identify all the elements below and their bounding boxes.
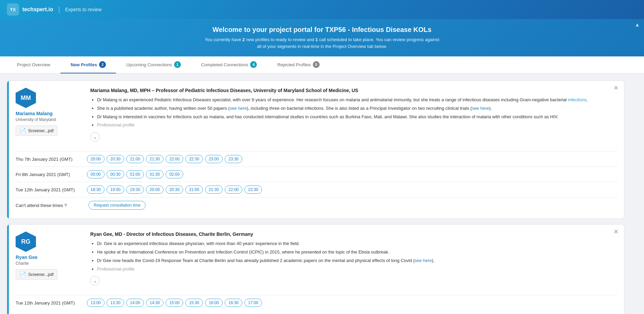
slot-0-0-6[interactable]: 23:00	[205, 155, 223, 163]
slot-1-0-2[interactable]: 14:00	[126, 299, 144, 307]
time-row-0-0: Thu 7th January 2021 (GMT) 20:00 20:30 2…	[16, 151, 617, 167]
slot-0-2-4[interactable]: 20:30	[166, 186, 183, 194]
top-header: TX techspert.io | Experts to review	[0, 0, 644, 19]
close-button-1[interactable]: ✕	[613, 229, 619, 235]
bullet-1-1: He spoke at the International Conference…	[97, 249, 617, 256]
tab-rejected-profiles-label: Rejected Profiles	[277, 62, 310, 67]
card-accent-0	[7, 81, 9, 219]
tab-new-profiles[interactable]: New Profiles 2	[60, 56, 116, 73]
bullet-0-3: Professional profile	[97, 122, 617, 129]
time-row-0-1: Fri 8th January 2021 (GMT) 00:00 00:30 0…	[16, 167, 617, 182]
slot-0-0-1[interactable]: 20:30	[107, 155, 124, 163]
slot-0-0-4[interactable]: 22:00	[166, 155, 183, 163]
tab-upcoming-connections[interactable]: Upcoming Connections 1	[116, 56, 191, 73]
tab-completed-connections-badge: 4	[250, 61, 257, 68]
profile-name-0: Mariama Malang	[16, 111, 83, 116]
slot-0-0-0[interactable]: 20:00	[87, 155, 105, 163]
cant-attend-row-0: Can't attend these times ? Request consu…	[16, 197, 617, 213]
bullet-0-0: Dr Malang is an experienced Pediatric In…	[97, 97, 617, 104]
slot-1-0-6[interactable]: 16:00	[205, 299, 223, 307]
time-slots-section-1: Tue 12th January 2021 (GMT) 13:00 13:30 …	[7, 295, 624, 314]
banner-collapse-button[interactable]: ▲	[634, 22, 640, 28]
link-see-here-1-2[interactable]: see here	[415, 258, 432, 263]
slot-0-0-3[interactable]: 21:30	[146, 155, 164, 163]
time-slots-0-2: 18:30 19:00 19:30 20:00 20:30 21:00 21:3…	[87, 186, 262, 194]
slot-0-2-8[interactable]: 22:30	[244, 186, 262, 194]
slot-0-0-2[interactable]: 21:00	[126, 155, 144, 163]
calls-count: 1	[316, 37, 318, 42]
banner-title: Welcome to your project portal for TXP56…	[14, 26, 630, 34]
tab-new-profiles-label: New Profiles	[71, 62, 97, 67]
slot-0-0-5[interactable]: 22:30	[185, 155, 203, 163]
profile-sidebar-0: MM Mariama Malang University of Maryland…	[16, 88, 83, 144]
tab-new-profiles-badge: 2	[99, 61, 106, 68]
slot-0-0-7[interactable]: 23:30	[225, 155, 242, 163]
profile-sidebar-1: RG Ryan Gee Charite 📄 Screener...pdf	[16, 231, 83, 288]
bullet-1-0: Dr. Gee is an experienced infectious dis…	[97, 240, 617, 247]
bullet-1-2: Dr Gee now heads the Covid-19 Response T…	[97, 257, 617, 264]
profile-content-1: Ryan Gee, MD - Director of Infectious Di…	[90, 231, 617, 288]
banner-subtitle: You currently have 2 new profiles to rea…	[203, 36, 441, 50]
profile-institution-0: University of Maryland	[16, 117, 83, 122]
logo-icon: TX	[7, 3, 19, 16]
slot-0-1-3[interactable]: 01:30	[146, 170, 164, 178]
screener-label-0: Screener...pdf	[28, 128, 54, 133]
logo-divider: |	[58, 6, 60, 14]
slot-0-1-2[interactable]: 01:00	[126, 170, 144, 178]
time-label-0-0: Thu 7th January 2021 (GMT)	[16, 157, 83, 162]
slot-0-2-3[interactable]: 20:00	[146, 186, 164, 194]
slot-0-2-0[interactable]: 18:30	[87, 186, 105, 194]
tab-upcoming-connections-label: Upcoming Connections	[126, 62, 172, 67]
profile-bullets-0: Dr Malang is an experienced Pediatric In…	[90, 97, 617, 129]
slot-1-0-4[interactable]: 15:00	[166, 299, 183, 307]
main-content: ✕ MM Mariama Malang University of Maryla…	[0, 74, 631, 314]
screener-button-1[interactable]: 📄 Screener...pdf	[16, 269, 57, 280]
time-row-0-2: Tue 12th January 2021 (GMT) 18:30 19:00 …	[16, 182, 617, 197]
bullet-0-1: She is a published academic author, havi…	[97, 105, 617, 112]
slot-1-0-8[interactable]: 17:00	[244, 299, 262, 307]
logo-area: TX techspert.io | Experts to review	[7, 3, 101, 16]
request-consultation-button-0[interactable]: Request consultation time	[89, 201, 146, 210]
slot-1-0-1[interactable]: 13:30	[107, 299, 124, 307]
screener-label-1: Screener...pdf	[28, 272, 54, 277]
slot-0-1-1[interactable]: 00:30	[107, 170, 124, 178]
card-accent-1	[7, 225, 9, 314]
tabs-bar: Project Overview New Profiles 2 Upcoming…	[0, 56, 644, 74]
slot-1-0-7[interactable]: 16:30	[225, 299, 242, 307]
slot-1-0-5[interactable]: 15:30	[185, 299, 203, 307]
slot-0-2-7[interactable]: 22:00	[225, 186, 242, 194]
time-slots-0-0: 20:00 20:30 21:00 21:30 22:00 22:30 23:0…	[87, 155, 242, 163]
slot-0-2-2[interactable]: 19:30	[126, 186, 144, 194]
slot-1-0-0[interactable]: 13:00	[87, 299, 105, 307]
logo-name: techspert.io	[22, 6, 53, 13]
slot-1-0-3[interactable]: 14:30	[146, 299, 164, 307]
slot-0-2-1[interactable]: 19:00	[107, 186, 124, 194]
close-button-0[interactable]: ✕	[613, 85, 619, 91]
tab-project-overview[interactable]: Project Overview	[7, 57, 60, 73]
tab-rejected-profiles[interactable]: Rejected Profiles 0	[267, 56, 329, 73]
bullet-0-2: Dr Malang is interested in vaccines for …	[97, 114, 617, 121]
tab-upcoming-connections-badge: 1	[174, 61, 181, 68]
time-slots-1-0: 13:00 13:30 14:00 14:30 15:00 15:30 16:0…	[87, 299, 262, 307]
slot-0-1-0[interactable]: 00:00	[87, 170, 105, 178]
profile-headline-0: Mariama Malang, MD, MPH – Professor of P…	[90, 88, 617, 93]
slot-0-2-6[interactable]: 21:30	[205, 186, 223, 194]
time-slots-0-1: 00:00 00:30 01:00 01:30 02:00	[87, 170, 183, 178]
tab-completed-connections[interactable]: Completed Connections 4	[191, 56, 267, 73]
link-see-here-0-1a[interactable]: see here	[230, 106, 247, 111]
screener-button-0[interactable]: 📄 Screener...pdf	[16, 125, 57, 136]
bullet-1-3: Professional profile	[97, 266, 617, 273]
slot-0-1-4[interactable]: 02:00	[166, 170, 183, 178]
link-see-here-0-1b[interactable]: see here	[472, 106, 489, 111]
avatar-1: RG	[16, 231, 36, 252]
profile-content-0: Mariama Malang, MD, MPH – Professor of P…	[90, 88, 617, 144]
expand-button-0[interactable]: ⌄	[90, 132, 100, 142]
pdf-icon-0: 📄	[19, 127, 26, 134]
time-slots-section-0: Thu 7th January 2021 (GMT) 20:00 20:30 2…	[7, 151, 624, 219]
profile-headline-1: Ryan Gee, MD - Director of Infectious Di…	[90, 231, 617, 237]
tab-project-overview-label: Project Overview	[17, 62, 50, 67]
avatar-0: MM	[16, 88, 36, 108]
expand-button-1[interactable]: ⌄	[90, 276, 100, 285]
time-row-1-0: Tue 12th January 2021 (GMT) 13:00 13:30 …	[16, 295, 617, 310]
slot-0-2-5[interactable]: 21:00	[185, 186, 203, 194]
